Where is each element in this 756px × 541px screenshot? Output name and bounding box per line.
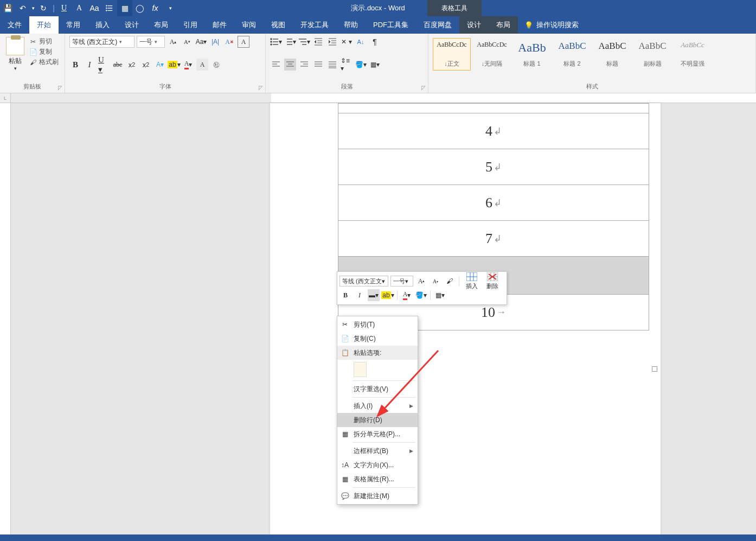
mini-highlight[interactable]: ab▾ <box>382 289 394 301</box>
underline-button[interactable]: U ▾ <box>98 59 110 71</box>
table-row[interactable]: 4↲ <box>338 113 649 149</box>
tab-layout[interactable]: 布局 <box>146 16 176 34</box>
tab-insert[interactable]: 插入 <box>88 16 117 34</box>
mini-insert-button[interactable]: 插入 <box>463 272 481 290</box>
table-row[interactable]: 7↲ <box>338 221 649 257</box>
qa-fontcolor-icon[interactable]: A <box>72 0 87 16</box>
strike-button[interactable]: abc <box>112 59 124 71</box>
superscript-button[interactable]: x2 <box>140 59 152 71</box>
shading-button[interactable]: 🪣▾ <box>355 59 367 71</box>
tab-view[interactable]: 视图 <box>264 16 293 34</box>
qa-more-dd[interactable]: ▾ <box>163 0 178 16</box>
ctx-cut[interactable]: ✂剪切(T) <box>337 317 418 332</box>
change-case-button[interactable]: Aa▾ <box>195 36 207 48</box>
bullets-button[interactable]: ▾ <box>270 36 282 48</box>
tab-home[interactable]: 开始 <box>29 16 59 34</box>
align-left-button[interactable] <box>270 59 282 71</box>
ruler-vertical[interactable] <box>0 103 11 541</box>
style-subtitle[interactable]: AaBbC副标题 <box>633 38 671 71</box>
grow-font-button[interactable]: A▴ <box>167 36 179 48</box>
enclose-char-button[interactable]: ㊓ <box>210 59 222 71</box>
bold-button[interactable]: B <box>69 59 81 71</box>
paragraph-launcher[interactable]: ◸ <box>421 85 426 91</box>
ctx-text-direction[interactable]: ↕A文字方向(X)... <box>337 458 418 472</box>
tell-me-search[interactable]: 💡 操作说明搜索 <box>518 16 585 34</box>
qa-save[interactable]: 💾 <box>0 0 15 16</box>
text-effects-button[interactable]: A▾ <box>154 59 166 71</box>
phonetic-guide-button[interactable]: |A| <box>209 36 221 48</box>
style-subtle[interactable]: AaBbCc不明显强 <box>674 38 712 71</box>
format-painter-button[interactable]: 🖌格式刷 <box>29 58 59 67</box>
mini-shrink-font[interactable]: A▾ <box>430 275 441 287</box>
line-spacing-button[interactable]: ⇕≡ ▾ <box>341 59 353 71</box>
show-marks-button[interactable]: ¶ <box>369 36 381 48</box>
align-center-button[interactable] <box>284 59 296 71</box>
numbering-button[interactable]: ▾ <box>284 36 296 48</box>
mini-font-combo[interactable]: 等线 (西文正文 ▾ <box>339 276 388 287</box>
qa-fx-icon[interactable]: fx <box>148 0 163 16</box>
sort-button[interactable]: A↓ <box>355 36 367 48</box>
mini-size-combo[interactable]: 一号 ▾ <box>390 276 413 287</box>
style-normal[interactable]: AaBbCcDc↓正文 <box>433 38 471 71</box>
style-nospacing[interactable]: AaBbCcDc↓无间隔 <box>473 38 511 71</box>
mini-delete-button[interactable]: 删除 <box>483 272 502 290</box>
asian-layout-button[interactable]: ✕ ▾ <box>341 36 353 48</box>
copy-button[interactable]: 📄复制 <box>29 47 59 56</box>
tab-table-layout[interactable]: 布局 <box>489 16 518 34</box>
font-size-combo[interactable]: 一号▾ <box>137 36 165 48</box>
qa-circle-icon[interactable]: ◯ <box>132 0 148 16</box>
qa-redo[interactable]: ↻ <box>36 0 51 16</box>
char-shading-button[interactable]: A <box>196 59 208 71</box>
mini-fill[interactable]: 🪣▾ <box>415 289 427 301</box>
tab-references[interactable]: 引用 <box>176 16 205 34</box>
mini-shading[interactable]: ▬▾ <box>368 289 380 301</box>
align-justify-button[interactable] <box>312 59 324 71</box>
paste-button[interactable]: 粘贴 ▾ <box>4 36 26 71</box>
font-color-button[interactable]: A▾ <box>182 59 194 71</box>
char-border-button[interactable]: A <box>238 36 249 48</box>
table-row[interactable]: 5↲ <box>338 149 649 185</box>
ctx-insert[interactable]: 插入(I)▶ <box>337 399 418 413</box>
table-row[interactable] <box>338 104 649 113</box>
tab-design[interactable]: 设计 <box>117 16 146 34</box>
tab-file[interactable]: 文件 <box>0 16 29 34</box>
mini-borders[interactable]: ▦▾ <box>434 289 446 301</box>
ctx-copy[interactable]: 📄复制(C) <box>337 332 418 346</box>
font-launcher[interactable]: ◸ <box>259 85 263 91</box>
ruler-horizontal[interactable] <box>11 93 756 103</box>
style-heading1[interactable]: AaBb标题 1 <box>513 38 551 71</box>
ctx-table-props[interactable]: ▦表格属性(R)... <box>337 472 418 486</box>
borders-button[interactable]: ▦▾ <box>369 59 381 71</box>
ctx-ime[interactable]: 汉字重选(V) <box>337 382 418 396</box>
tab-review[interactable]: 审阅 <box>234 16 264 34</box>
italic-button[interactable]: I <box>84 59 95 71</box>
multilevel-button[interactable]: ▾ <box>298 36 310 48</box>
qa-undo-dd[interactable]: ▾ <box>30 0 36 16</box>
table-resize-handle[interactable] <box>652 366 657 372</box>
tab-help[interactable]: 帮助 <box>336 16 366 34</box>
tab-common[interactable]: 常用 <box>59 16 88 34</box>
clipboard-launcher[interactable]: ◸ <box>58 85 62 91</box>
clear-format-button[interactable]: A✖ <box>223 36 235 48</box>
font-name-combo[interactable]: 等线 (西文正文)▾ <box>69 36 134 48</box>
styles-gallery[interactable]: AaBbCcDc↓正文 AaBbCcDc↓无间隔 AaBb标题 1 AaBbC标… <box>433 36 751 71</box>
mini-format-painter[interactable]: 🖌 <box>444 275 456 287</box>
tab-mailings[interactable]: 邮件 <box>205 16 234 34</box>
mini-bold[interactable]: B <box>339 289 351 301</box>
tab-pdf[interactable]: PDF工具集 <box>366 16 416 34</box>
qa-underline-icon[interactable]: U <box>56 0 72 16</box>
style-heading2[interactable]: AaBbC标题 2 <box>553 38 591 71</box>
mini-italic[interactable]: I <box>354 289 366 301</box>
qa-align-icon[interactable]: ▦ <box>117 0 132 16</box>
qa-case-icon[interactable]: Aa <box>87 0 102 16</box>
tab-devtools[interactable]: 开发工具 <box>293 16 336 34</box>
ctx-split-cells[interactable]: ▦拆分单元格(P)... <box>337 427 418 441</box>
mini-grow-font[interactable]: A▴ <box>415 275 427 287</box>
shrink-font-button[interactable]: A▾ <box>181 36 193 48</box>
highlight-button[interactable]: ab▾ <box>168 59 180 71</box>
decrease-indent-button[interactable] <box>312 36 324 48</box>
tab-baidu[interactable]: 百度网盘 <box>416 16 459 34</box>
distributed-button[interactable] <box>326 59 338 71</box>
paste-option-keep[interactable] <box>354 362 367 377</box>
ctx-border-style[interactable]: 边框样式(B)▶ <box>337 444 418 458</box>
